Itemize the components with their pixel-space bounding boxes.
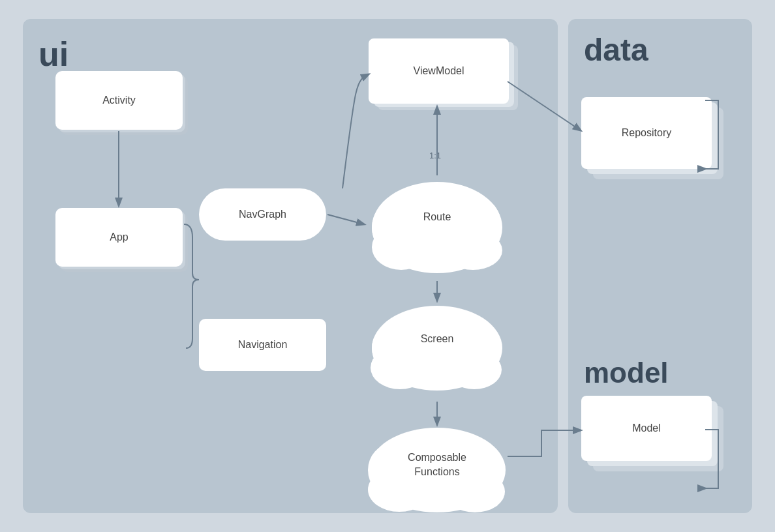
composable-node: ComposableFunctions [359,423,515,521]
navigation-node: Navigation [199,319,326,371]
screen-node: Screen [362,299,512,400]
screen-label: Screen [362,333,512,345]
navgraph-label: NavGraph [239,209,286,220]
repository-node: Repository [581,97,725,182]
viewmodel-node: ViewModel [369,38,519,110]
viewmodel-label: ViewModel [414,65,464,77]
navgraph-node: NavGraph [199,188,326,241]
ui-title: ui [38,35,68,73]
route-node: Route [362,175,512,280]
composable-label: ComposableFunctions [359,451,515,480]
model-front: Model [581,396,712,461]
model-label: Model [632,422,661,434]
viewmodel-front: ViewModel [369,38,509,104]
svg-point-4 [451,197,501,252]
data-title: data [584,32,648,68]
app-label: App [110,231,128,243]
navigation-label: Navigation [238,339,288,351]
svg-line-16 [327,214,364,224]
repository-label: Repository [622,127,671,139]
route-label: Route [362,211,512,223]
panel-data: data Repository model Model [568,19,752,513]
svg-point-9 [453,319,499,371]
canvas: ui Activity App NavGraph Navigation View… [12,8,763,524]
model-section-title: model [584,357,669,389]
screen-cloud-svg [362,299,512,400]
app-node: App [55,208,183,267]
activity-label: Activity [102,95,136,106]
panel-ui: ui Activity App NavGraph Navigation View… [23,19,558,513]
activity-node: Activity [55,71,183,130]
route-cloud-svg [362,175,512,280]
model-node: Model [581,396,725,474]
ratio-label: 1:1 [429,151,441,160]
svg-point-3 [372,201,418,254]
svg-point-8 [372,323,418,373]
repo-front: Repository [581,97,712,169]
